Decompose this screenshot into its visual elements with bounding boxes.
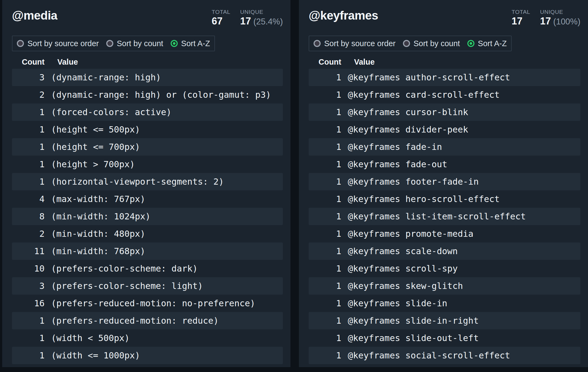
table-row: 16 (prefers-reduced-motion: no-preferenc… <box>12 295 283 312</box>
row-count: 16 <box>12 298 45 308</box>
table-header-row: Count Value <box>309 55 580 69</box>
table-row: 1 (horizontal-viewport-segments: 2) <box>12 173 283 190</box>
radio-unchecked-icon[interactable] <box>106 40 113 47</box>
stat-unique-percent: (100%) <box>553 17 580 26</box>
value-column-header: Value <box>45 58 283 67</box>
row-count: 1 <box>309 298 341 308</box>
sort-option[interactable]: Sort A-Z <box>467 39 507 48</box>
table-row: 1 @keyframes slide-in-right <box>309 312 580 329</box>
sort-control: Sort by source order Sort by count Sort … <box>12 36 215 51</box>
sort-control: Sort by source order Sort by count Sort … <box>309 36 512 51</box>
count-column-header: Count <box>309 58 341 67</box>
row-count: 1 <box>12 316 45 326</box>
row-value: (horizontal-viewport-segments: 2) <box>45 176 283 187</box>
value-column-header: Value <box>341 58 580 67</box>
sort-option[interactable]: Sort by count <box>403 39 460 48</box>
table-row: 1 @keyframes list-item-scroll-effect <box>309 208 580 225</box>
atrule-panel-keyframes: @keyframes TOTAL 17 UNIQUE 17 (100%) Sor… <box>299 0 588 367</box>
table-row: 1 @keyframes hero-scroll-effect <box>309 190 580 208</box>
row-value: @keyframes promote-media <box>341 229 580 239</box>
row-count: 1 <box>12 142 45 152</box>
row-value: @keyframes skew-glitch <box>341 281 580 291</box>
row-value: @keyframes scale-down <box>341 246 580 256</box>
sort-option[interactable]: Sort by source order <box>314 39 396 48</box>
sort-option[interactable]: Sort by source order <box>17 39 99 48</box>
row-count: 1 <box>12 333 45 343</box>
table-row: 3 (dynamic-range: high) <box>12 69 283 86</box>
table-row: 4 (max-width: 767px) <box>12 190 283 208</box>
table-row: 1 @keyframes scroll-spy <box>309 260 580 277</box>
sort-option-label: Sort by count <box>414 39 460 48</box>
row-count: 1 <box>12 176 45 187</box>
row-count: 11 <box>12 246 45 256</box>
stat-total: TOTAL 17 <box>512 8 530 27</box>
sort-option-label: Sort by source order <box>27 39 99 48</box>
row-value: (height <= 700px) <box>45 142 283 152</box>
table-row: 1 (prefers-reduced-motion: reduce) <box>12 312 283 329</box>
row-count: 1 <box>309 281 341 291</box>
table-row: 1 @keyframes skew-glitch <box>309 277 580 295</box>
stat-total-value: 67 <box>212 15 223 27</box>
row-count: 3 <box>12 281 45 291</box>
radio-unchecked-icon[interactable] <box>314 40 321 47</box>
row-value: (width < 500px) <box>45 333 283 343</box>
row-count: 1 <box>309 316 341 326</box>
radio-checked-icon[interactable] <box>467 40 474 47</box>
stat-unique-value: 17 <box>540 15 551 27</box>
radio-unchecked-icon[interactable] <box>403 40 410 47</box>
table-row: 1 @keyframes author-scroll-effect <box>309 69 580 86</box>
sort-option-label: Sort by source order <box>324 39 396 48</box>
row-value: @keyframes social-scroll-effect <box>341 350 580 361</box>
sort-option-label: Sort A-Z <box>478 39 507 48</box>
stat-unique-value: 17 <box>240 15 251 27</box>
sort-option-label: Sort A-Z <box>181 39 210 48</box>
row-value: @keyframes cursor-blink <box>341 107 580 117</box>
table-row: 1 @keyframes fade-out <box>309 156 580 173</box>
row-count: 1 <box>12 159 45 169</box>
table-row: 1 @keyframes social-scroll-effect <box>309 347 580 364</box>
atrule-panel-media: @media TOTAL 67 UNIQUE 17 (25.4%) Sort b… <box>2 0 290 367</box>
stat-total-label: TOTAL <box>512 8 530 15</box>
table-row: 11 (min-width: 768px) <box>12 242 283 260</box>
stat-total-label: TOTAL <box>212 8 230 15</box>
row-count: 1 <box>309 211 341 222</box>
stat-unique-label: UNIQUE <box>240 8 283 15</box>
row-value: @keyframes slide-in <box>341 298 580 308</box>
table-row: 1 @keyframes divider-peek <box>309 121 580 138</box>
row-count: 1 <box>309 72 341 83</box>
row-count: 1 <box>309 142 341 152</box>
row-count: 1 <box>309 246 341 256</box>
radio-checked-icon[interactable] <box>171 40 178 47</box>
css-analyzer-page: { "colors": { "page_bg": "#0d1218", "pan… <box>0 0 588 372</box>
row-value: @keyframes author-scroll-effect <box>341 72 580 83</box>
results-table: 3 (dynamic-range: high) 2 (dynamic-range… <box>12 69 283 364</box>
row-count: 1 <box>12 107 45 117</box>
table-row: 1 @keyframes footer-fade-in <box>309 173 580 190</box>
radio-unchecked-icon[interactable] <box>17 40 24 47</box>
row-value: (prefers-reduced-motion: reduce) <box>45 316 283 326</box>
row-count: 1 <box>309 176 341 187</box>
table-row: 1 @keyframes slide-out-left <box>309 329 580 347</box>
row-count: 10 <box>12 263 45 274</box>
row-value: (min-width: 480px) <box>45 229 283 239</box>
row-value: @keyframes fade-in <box>341 142 580 152</box>
table-row: 1 @keyframes promote-media <box>309 225 580 242</box>
table-row: 1 (width <= 1000px) <box>12 347 283 364</box>
row-count: 8 <box>12 211 45 222</box>
row-value: @keyframes scroll-spy <box>341 263 580 274</box>
row-value: (prefers-color-scheme: dark) <box>45 263 283 274</box>
count-column-header: Count <box>12 58 45 67</box>
table-row: 1 @keyframes slide-in <box>309 295 580 312</box>
row-value: (height <= 500px) <box>45 124 283 135</box>
row-count: 4 <box>12 194 45 204</box>
sort-option[interactable]: Sort by count <box>106 39 163 48</box>
row-value: @keyframes hero-scroll-effect <box>341 194 580 204</box>
row-value: (height > 700px) <box>45 159 283 169</box>
results-table: 1 @keyframes author-scroll-effect 1 @key… <box>309 69 580 364</box>
row-count: 1 <box>309 107 341 117</box>
sort-option[interactable]: Sort A-Z <box>171 39 210 48</box>
row-value: @keyframes list-item-scroll-effect <box>341 211 580 222</box>
stat-total: TOTAL 67 <box>212 8 230 27</box>
row-count: 1 <box>309 350 341 361</box>
row-count: 1 <box>309 263 341 274</box>
